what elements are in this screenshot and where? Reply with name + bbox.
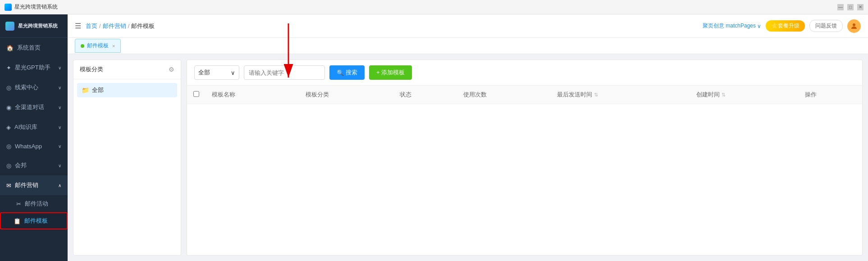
data-table: 模板名称 模板分类 状态 使用次数 — [187, 86, 862, 104]
filter-select[interactable]: 全部 ∨ — [194, 65, 239, 80]
page-wrapper: ☰ 首页 / 邮件营销 / 邮件模板 聚页创意 matchPages ∨ ⭐套餐… — [68, 14, 868, 261]
logo-icon — [5, 22, 14, 31]
add-template-button[interactable]: + 添加模板 — [369, 65, 412, 80]
search-input[interactable] — [249, 69, 320, 76]
title-bar: 星光跨境营销系统 — □ ✕ — [0, 0, 868, 14]
sidebar-item-label: 全渠道对话 — [15, 103, 44, 111]
home-icon: 🏠 — [6, 45, 14, 51]
folder-item-all[interactable]: 📁 全部 — [77, 83, 177, 97]
chevron-down-icon: ∨ — [58, 65, 61, 70]
title-bar-controls: — □ ✕ — [837, 4, 863, 10]
th-name: 模板名称 — [206, 86, 299, 104]
left-panel-body: 📁 全部 — [73, 79, 181, 101]
top-header: ☰ 首页 / 邮件营销 / 邮件模板 聚页创意 matchPages ∨ ⭐套餐… — [68, 14, 868, 38]
sidebar-item-label: 星光GPT助手 — [15, 64, 50, 72]
sidebar-subitem-label: 邮件活动 — [25, 200, 48, 208]
sidebar-item-label: 会邦 — [15, 161, 27, 169]
breadcrumb-sep2: / — [128, 23, 130, 29]
th-category: 模板分类 — [299, 86, 393, 104]
th-last-send[interactable]: 最后发送时间 — [551, 86, 690, 104]
sidebar-logo: 星光跨境营销系统 — [0, 14, 68, 38]
sidebar-item-email[interactable]: ✉ 邮件营销 ∧ — [0, 175, 68, 195]
header-right: 聚页创意 matchPages ∨ ⭐套餐升级 问题反馈 — [703, 19, 861, 33]
sidebar-item-whatsapp[interactable]: ◎ WhatsApp ∨ — [0, 137, 68, 156]
sidebar: 星光跨境营销系统 🏠 系统首页 ✦ 星光GPT助手 ∨ ◎ 线索中心 ∨ ◉ 全… — [0, 14, 68, 261]
chevron-up-icon: ∧ — [58, 183, 61, 188]
th-usage: 使用次数 — [457, 86, 551, 104]
sidebar-subitem-email-activity[interactable]: ✂ 邮件活动 — [0, 195, 68, 212]
chevron-down-icon: ∨ — [58, 125, 61, 130]
th-action: 操作 — [799, 86, 862, 104]
sidebar-item-label: 线索中心 — [15, 83, 38, 92]
filter-value: 全部 — [198, 69, 210, 77]
chevron-down-icon: ∨ — [58, 163, 61, 168]
tab-close-icon[interactable]: × — [112, 43, 115, 49]
sidebar-item-ai[interactable]: ◈ AI知识库 ∨ — [0, 117, 68, 137]
search-button[interactable]: 🔍 搜索 — [329, 65, 365, 80]
settings-icon[interactable]: ⚙ — [169, 66, 174, 73]
sidebar-subitem-email-template[interactable]: 📋 邮件模板 — [0, 212, 68, 229]
filter-chevron-icon: ∨ — [231, 69, 235, 76]
sidebar-item-gpt[interactable]: ✦ 星光GPT助手 ∨ — [0, 58, 68, 78]
upgrade-button[interactable]: ⭐套餐升级 — [766, 20, 805, 32]
avatar[interactable] — [847, 19, 861, 33]
huibang-icon: ◎ — [6, 162, 11, 169]
header-left: ☰ 首页 / 邮件营销 / 邮件模板 — [75, 22, 155, 30]
left-panel-header: 模板分类 ⚙ — [73, 60, 181, 79]
feedback-button[interactable]: 问题反馈 — [809, 20, 843, 32]
sidebar-item-channels[interactable]: ◉ 全渠道对话 ∨ — [0, 97, 68, 117]
select-all-checkbox[interactable] — [193, 91, 199, 97]
app-icon — [5, 4, 12, 11]
hamburger-icon[interactable]: ☰ — [75, 22, 81, 30]
breadcrumb-current: 邮件模板 — [131, 22, 155, 30]
breadcrumb-home[interactable]: 首页 — [86, 22, 97, 30]
app-body: 星光跨境营销系统 🏠 系统首页 ✦ 星光GPT助手 ∨ ◎ 线索中心 ∨ ◉ 全… — [0, 14, 868, 261]
left-panel-title: 模板分类 — [80, 65, 103, 73]
chevron-down-icon: ∨ — [58, 85, 61, 90]
sidebar-item-huibang[interactable]: ◎ 会邦 ∨ — [0, 156, 68, 175]
sidebar-item-label: AI知识库 — [14, 123, 37, 131]
sidebar-item-label: WhatsApp — [15, 143, 42, 150]
match-pages-label: 聚页创意 matchPages — [703, 22, 756, 30]
app-title: 星光跨境营销系统 — [14, 3, 58, 11]
breadcrumb-parent[interactable]: 邮件营销 — [103, 22, 126, 30]
add-btn-label: + 添加模板 — [376, 69, 405, 77]
tab-dot — [81, 44, 84, 48]
svg-point-0 — [853, 23, 855, 26]
th-created[interactable]: 创建时间 — [690, 86, 799, 104]
th-checkbox — [187, 86, 206, 104]
chevron-down-icon: ∨ — [58, 144, 61, 149]
toolbar: 全部 ∨ 🔍 搜索 + 添加模板 — [187, 60, 862, 86]
email-template-icon: 📋 — [14, 218, 21, 224]
folder-label: 全部 — [92, 86, 104, 94]
gpt-icon: ✦ — [6, 64, 11, 71]
logo-text: 星光跨境营销系统 — [18, 23, 58, 29]
channels-icon: ◉ — [6, 104, 11, 111]
table-head: 模板名称 模板分类 状态 使用次数 — [187, 86, 862, 104]
tab-label: 邮件模板 — [87, 42, 109, 50]
sidebar-item-label: 邮件营销 — [15, 181, 38, 189]
sidebar-item-label: 系统首页 — [17, 44, 41, 52]
email-icon: ✉ — [6, 182, 11, 189]
search-icon: 🔍 — [337, 69, 344, 76]
email-activity-icon: ✂ — [16, 201, 21, 207]
close-button[interactable]: ✕ — [857, 4, 863, 10]
breadcrumb: 首页 / 邮件营销 / 邮件模板 — [86, 22, 155, 30]
sidebar-item-home[interactable]: 🏠 系统首页 — [0, 38, 68, 58]
table-area: 模板名称 模板分类 状态 使用次数 — [187, 86, 862, 255]
page-content: 模板分类 ⚙ 📁 全部 全部 ∨ — [68, 54, 868, 261]
breadcrumb-sep1: / — [99, 23, 101, 29]
match-pages-button[interactable]: 聚页创意 matchPages ∨ — [703, 22, 761, 30]
minimize-button[interactable]: — — [837, 4, 844, 10]
sidebar-item-leads[interactable]: ◎ 线索中心 ∨ — [0, 78, 68, 97]
whatsapp-icon: ◎ — [6, 143, 11, 150]
search-input-wrap — [244, 65, 325, 80]
maximize-button[interactable]: □ — [847, 4, 854, 10]
ai-icon: ◈ — [6, 124, 11, 131]
chevron-down-icon: ∨ — [58, 105, 61, 110]
tab-email-template[interactable]: 邮件模板 × — [75, 39, 121, 53]
left-panel: 模板分类 ⚙ 📁 全部 — [73, 60, 181, 256]
leads-icon: ◎ — [6, 84, 11, 91]
title-bar-left: 星光跨境营销系统 — [5, 3, 58, 11]
tab-bar: 邮件模板 × — [68, 38, 868, 54]
